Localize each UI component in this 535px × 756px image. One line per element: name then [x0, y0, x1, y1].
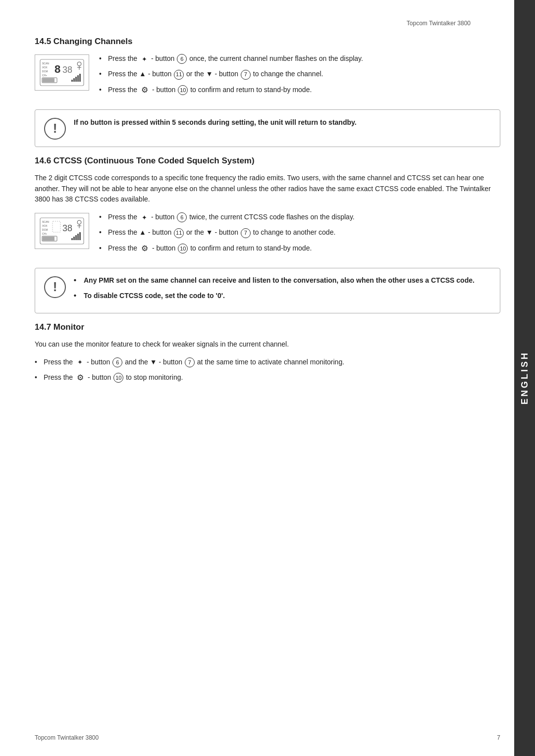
side-tab-label: ENGLISH: [520, 351, 530, 404]
gear-icon-1: ⚙: [139, 85, 150, 96]
svg-rect-11: [79, 74, 81, 82]
svg-rect-6: [43, 78, 54, 82]
page-header: Topcom Twintalker 3800: [35, 20, 500, 27]
page-footer: Topcom Twintalker 3800 7: [35, 734, 500, 741]
circled-7-1: 7: [241, 70, 251, 80]
svg-text:38: 38: [62, 223, 72, 233]
svg-text:DCM: DCM: [42, 70, 48, 73]
section-14-7: 14.7 Monitor You can use the monitor fea…: [35, 322, 500, 383]
circled-11-2: 11: [174, 228, 184, 238]
arrow-icon-1: ✦: [139, 54, 149, 64]
svg-text:SCAN: SCAN: [42, 220, 49, 223]
circled-6-2: 6: [177, 212, 187, 222]
device-svg-145: SCAN VOX DCM CH+: [40, 59, 84, 86]
gear-icon-2: ⚙: [139, 243, 150, 254]
arrow-icon-2: ✦: [139, 212, 149, 222]
section-145-content: SCAN VOX DCM CH+: [35, 53, 500, 101]
section-14-5: 14.5 Changing Channels SCAN VOX DCM CH+: [35, 37, 500, 101]
circled-10-3: 10: [113, 373, 123, 383]
gear-icon-3: ⚙: [75, 372, 86, 383]
arrow-icon-3: ✦: [75, 357, 85, 367]
info-box-1: ! If no button is pressed within 5 secon…: [35, 109, 500, 147]
circled-6-3: 6: [112, 357, 122, 367]
section-145-heading: 14.5 Changing Channels: [35, 37, 500, 47]
svg-rect-24: [71, 238, 73, 240]
svg-point-29: [77, 220, 81, 224]
info-box-2-bullet-list: • Any PMR set on the same channel can re…: [74, 275, 475, 301]
circled-7-2: 7: [241, 228, 251, 238]
info-icon-1: !: [44, 118, 66, 140]
section-14-6: 14.6 CTCSS (Continuous Tone Coded Squelc…: [35, 156, 500, 259]
svg-rect-23: [43, 237, 54, 241]
info-box-1-content: If no button is pressed within 5 seconds…: [74, 117, 357, 130]
svg-rect-28: [79, 232, 81, 240]
svg-point-12: [77, 62, 81, 66]
section-147-heading: 14.7 Monitor: [35, 322, 500, 332]
section-145-bullet-3: Press the ⚙ - button 10 to confirm and r…: [99, 85, 500, 96]
section-145-bullets: Press the ✦ - button 6 once, the current…: [99, 53, 500, 101]
svg-text:CH+: CH+: [42, 74, 47, 77]
svg-text:38: 38: [62, 65, 72, 75]
section-146-bullet-2: Press the ▲ - button 11 or the ▼ - butto…: [99, 227, 500, 238]
section-147-bullet-list: Press the ✦ - button 6 and the ▼ - butto…: [35, 357, 500, 384]
section-147-bullet-2: Press the ⚙ - button 10 to stop monitori…: [35, 372, 500, 383]
device-image-145: SCAN VOX DCM CH+: [35, 54, 89, 91]
info-box-2: ! • Any PMR set on the same channel can …: [35, 268, 500, 313]
circled-11-1: 11: [174, 70, 184, 80]
header-title: Topcom Twintalker 3800: [407, 20, 471, 27]
device-svg-146: SCAN VOX DCM CH+ 38: [40, 217, 84, 245]
svg-text:CH+: CH+: [42, 232, 47, 235]
footer-right: 7: [497, 734, 500, 741]
section-146-content: SCAN VOX DCM CH+ 38: [35, 212, 500, 259]
svg-rect-7: [71, 80, 73, 82]
svg-rect-25: [73, 237, 75, 240]
section-146-bullets: Press the ✦ - button 6 twice, the curren…: [99, 212, 500, 259]
svg-rect-8: [73, 78, 75, 82]
section-145-bullet-2: Press the ▲ - button 11 or the ▼ - butto…: [99, 69, 500, 79]
info-box-2-content: • Any PMR set on the same channel can re…: [74, 275, 475, 306]
section-146-bullet-3: Press the ⚙ - button 10 to confirm and r…: [99, 243, 500, 254]
info-box-1-text: If no button is pressed within 5 seconds…: [74, 117, 357, 128]
section-146-bullet-list: Press the ✦ - button 6 twice, the curren…: [99, 212, 500, 254]
info-icon-2: !: [44, 276, 66, 298]
section-146-heading: 14.6 CTCSS (Continuous Tone Coded Squelc…: [35, 156, 500, 166]
circled-7-3: 7: [185, 357, 195, 367]
section-145-bullet-1: Press the ✦ - button 6 once, the current…: [99, 53, 500, 64]
svg-text:SCAN: SCAN: [42, 62, 49, 65]
svg-rect-26: [75, 235, 77, 240]
svg-text:VOX: VOX: [42, 66, 48, 69]
section-146-bullet-1: Press the ✦ - button 6 twice, the curren…: [99, 212, 500, 222]
section-146-body: The 2 digit CTCSS code corresponds to a …: [35, 173, 500, 205]
svg-rect-32: [53, 221, 60, 232]
section-147-body: You can use the monitor feature to check…: [35, 339, 500, 350]
page: ENGLISH Topcom Twintalker 3800 14.5 Chan…: [0, 0, 535, 756]
svg-rect-9: [75, 77, 77, 82]
side-tab: ENGLISH: [514, 0, 535, 756]
info-box-2-bullet-1: • Any PMR set on the same channel can re…: [74, 275, 475, 286]
section-147-bullet-1: Press the ✦ - button 6 and the ▼ - butto…: [35, 357, 500, 367]
svg-text:8: 8: [54, 63, 60, 75]
device-image-146: SCAN VOX DCM CH+ 38: [35, 213, 89, 249]
svg-text:VOX: VOX: [42, 224, 48, 227]
circled-6-1: 6: [177, 54, 187, 64]
circled-10-2: 10: [178, 244, 188, 253]
circled-10-1: 10: [178, 85, 188, 95]
svg-rect-27: [77, 234, 79, 240]
svg-text:DCM: DCM: [42, 228, 48, 231]
svg-rect-10: [77, 75, 79, 82]
section-145-bullet-list: Press the ✦ - button 6 once, the current…: [99, 53, 500, 96]
footer-left: Topcom Twintalker 3800: [35, 734, 99, 741]
info-box-2-bullet-2: • To disable CTCSS code, set the code to…: [74, 291, 475, 301]
